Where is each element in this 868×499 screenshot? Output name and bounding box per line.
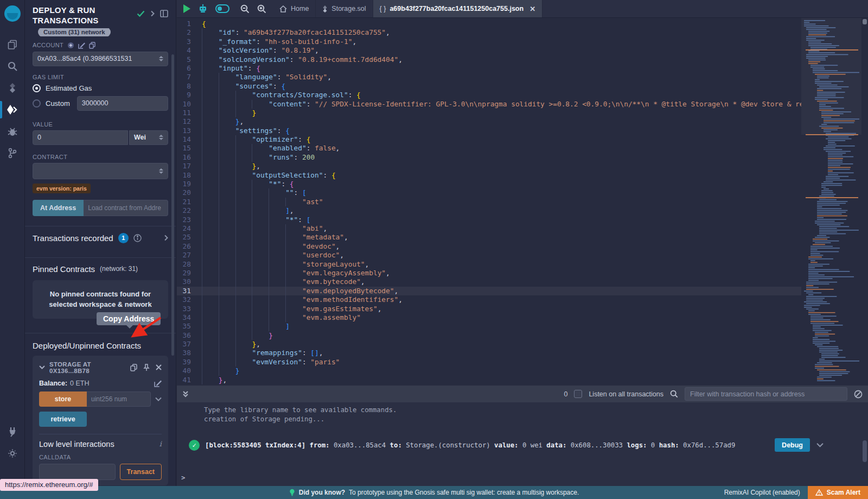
code-line: 1{ <box>177 20 801 28</box>
terminal-search-icon[interactable] <box>670 390 678 398</box>
code-line: 7 "language": "Solidity", <box>177 73 801 81</box>
expand-log-chevron-icon[interactable] <box>816 443 824 447</box>
code-line: 26 "devdoc", <box>177 242 801 251</box>
git-icon[interactable] <box>0 142 25 164</box>
estimated-gas-radio[interactable] <box>33 84 41 92</box>
code-line: 25 "metadata", <box>177 233 801 242</box>
store-button[interactable]: store <box>39 391 87 407</box>
code-line: 11 } <box>177 109 801 117</box>
code-line: 21 "ast" <box>177 198 801 206</box>
code-line: 30 "evm.bytecode", <box>177 277 801 286</box>
terminal-pending: creation of Storage pending... <box>177 415 868 424</box>
code-line: 18 "outputSelection": { <box>177 171 801 180</box>
deployed-contract-card: STORAGE AT 0X136...8B78 Balance: 0 ETH <box>33 356 168 485</box>
settings-icon[interactable] <box>0 443 25 464</box>
deploy-run-icon[interactable] <box>0 99 25 121</box>
copy-address-icon[interactable] <box>130 364 137 371</box>
tab-home[interactable]: Home <box>273 0 316 17</box>
pin-panel-chevron-icon[interactable] <box>150 10 155 17</box>
retrieve-button[interactable]: retrieve <box>39 412 87 427</box>
value-input[interactable]: 0 <box>33 130 128 145</box>
editor-scrollbar[interactable] <box>861 18 868 386</box>
collapse-terminal-icon[interactable] <box>182 390 189 398</box>
terminal-output[interactable]: Type the library name to see available c… <box>177 402 868 486</box>
clear-filter-ban-icon[interactable] <box>854 390 863 399</box>
zoom-out-icon[interactable] <box>240 4 250 14</box>
expand-args-chevron-icon[interactable] <box>155 397 162 401</box>
account-select[interactable]: 0xA03...85ac4 (0.39866531531 <box>33 52 168 66</box>
tip-title: Did you know? <box>299 489 345 496</box>
at-address-button[interactable]: At Address <box>33 200 84 216</box>
panel-scrollbar[interactable] <box>171 54 174 356</box>
code-editor[interactable]: 1{2 "id": "a69b43f277ba20fcac141151250ca… <box>177 18 868 386</box>
remix-ide-window: DEPLOY & RUN TRANSACTIONS Custom (31) ne… <box>0 0 868 499</box>
contract-select[interactable] <box>33 163 168 179</box>
code-line: 12 }, <box>177 117 801 126</box>
link-preview-tooltip: https://remix.ethereum.org/# <box>0 479 98 491</box>
balance-value: 0 ETH <box>70 380 89 387</box>
home-icon <box>279 5 287 12</box>
debug-button[interactable]: Debug <box>775 438 810 452</box>
listen-checkbox[interactable] <box>574 390 582 398</box>
code-line: 15 "enabled": false, <box>177 144 801 153</box>
scam-alert-button[interactable]: Scam Alert <box>808 486 868 499</box>
zoom-in-icon[interactable] <box>257 4 266 14</box>
code-line: 19 "*": { <box>177 180 801 188</box>
filter-input[interactable]: Filter with transaction hash or address <box>685 387 847 401</box>
contract-label: CONTRACT <box>33 154 168 160</box>
plugin-manager-icon[interactable] <box>0 421 25 443</box>
transaction-log-row[interactable]: ✓ [block:5583405 txIndex:4] from: 0xa03.… <box>177 438 868 452</box>
terminal-prompt[interactable]: > <box>181 474 185 482</box>
copilot-toggle[interactable] <box>215 4 229 13</box>
search-icon[interactable] <box>0 55 25 77</box>
pin-contract-icon[interactable] <box>143 364 150 371</box>
transact-button[interactable]: Transact <box>120 464 162 480</box>
tab-build-info-json[interactable]: { } a69b43f277ba20fcac141151250ca755.jso… <box>373 0 542 17</box>
code-line: 22 ], <box>177 206 801 215</box>
gas-limit-label: GAS LIMIT <box>33 74 168 80</box>
contract-instance-title[interactable]: STORAGE AT 0X136...8B78 <box>49 361 126 374</box>
listen-count: 0 <box>564 390 567 398</box>
custom-gas-radio[interactable] <box>33 99 41 108</box>
edit-balance-icon[interactable] <box>154 380 162 387</box>
store-arg-input[interactable]: uint256 num <box>87 391 151 407</box>
network-badge-wrap: Custom (31) network <box>38 28 119 36</box>
low-level-info-icon[interactable]: i <box>159 440 162 448</box>
run-script-play-icon[interactable] <box>183 4 190 13</box>
custom-gas-input[interactable]: 3000000 <box>77 96 168 111</box>
deployed-contracts-section: Deployed/Unpinned Contracts STORAGE AT 0… <box>25 333 176 487</box>
expand-transactions-chevron-icon[interactable] <box>164 235 168 241</box>
remix-logo-icon[interactable] <box>4 5 21 22</box>
terminal-hint: Type the library name to see available c… <box>177 406 868 415</box>
value-unit-select[interactable]: Wei <box>129 130 168 145</box>
collapse-contract-chevron-icon[interactable] <box>39 365 45 369</box>
code-lines[interactable]: 1{2 "id": "a69b43f277ba20fcac141151250ca… <box>177 20 801 384</box>
remixai-robot-icon[interactable] <box>198 4 208 14</box>
value-label: VALUE <box>33 121 168 128</box>
close-tab-icon[interactable]: ✕ <box>529 5 535 13</box>
code-line: 20 "": [ <box>177 188 801 197</box>
terminal-scrollbar[interactable] <box>863 440 867 462</box>
code-line: 24 "abi", <box>177 224 801 233</box>
code-line: 32 "evm.methodIdentifiers", <box>177 295 801 304</box>
calldata-input[interactable] <box>39 464 116 480</box>
debugger-icon[interactable] <box>0 121 25 142</box>
add-account-icon[interactable] <box>67 42 74 49</box>
code-line: 37 }, <box>177 340 801 349</box>
file-explorer-icon[interactable] <box>0 34 25 55</box>
tab-storage-sol[interactable]: Storage.sol <box>316 0 373 17</box>
code-line: 17 }, <box>177 162 801 170</box>
layout-column-icon[interactable] <box>160 10 168 17</box>
info-icon[interactable] <box>133 234 142 242</box>
minimap[interactable] <box>801 18 861 386</box>
account-stepper-icon <box>159 56 163 61</box>
copy-account-icon[interactable] <box>89 42 95 49</box>
terminal-toolbar: 0 Listen on all transactions Filter with… <box>177 386 868 402</box>
close-contract-icon[interactable] <box>156 364 162 370</box>
custom-gas-label: Custom <box>46 99 70 108</box>
edit-account-icon[interactable] <box>78 42 85 49</box>
solidity-compiler-icon[interactable] <box>0 77 25 99</box>
at-address-input[interactable]: Load contract from Addre <box>84 200 168 216</box>
code-line: 27 "userdoc", <box>177 251 801 260</box>
copilot-status[interactable]: RemixAI Copilot (enabled) <box>724 489 800 496</box>
